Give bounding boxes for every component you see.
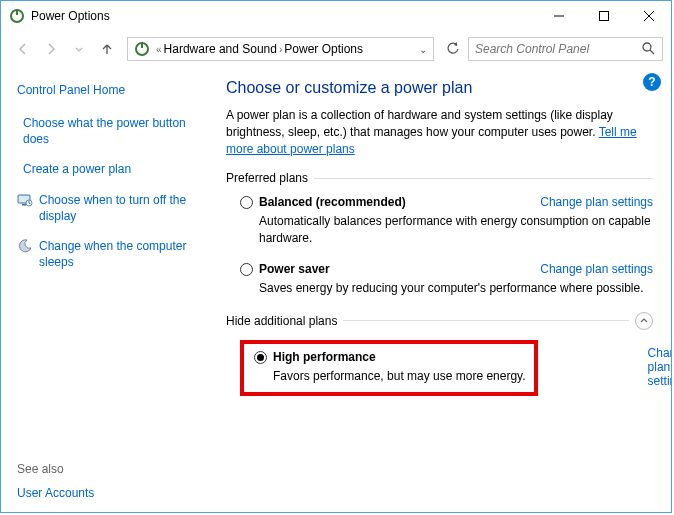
sidebar-item-computer-sleeps[interactable]: Change when the computer sleeps xyxy=(17,238,204,270)
svg-rect-1 xyxy=(16,9,18,15)
plan-balanced: Balanced (recommended) Change plan setti… xyxy=(240,195,653,245)
power-options-icon xyxy=(134,41,150,57)
svg-rect-11 xyxy=(22,204,26,206)
window-title: Power Options xyxy=(31,9,536,23)
close-button[interactable] xyxy=(626,1,671,31)
chevron-right-icon: › xyxy=(279,44,282,55)
svg-rect-3 xyxy=(599,12,608,21)
radio-high-performance[interactable] xyxy=(254,351,267,364)
description-text: A power plan is a collection of hardware… xyxy=(226,108,613,139)
main-panel: ? Choose or customize a power plan A pow… xyxy=(216,67,671,512)
plan-high-performance: High performance Favors performance, but… xyxy=(240,340,538,396)
sidebar-item-label: Choose what the power button does xyxy=(23,115,204,147)
address-bar[interactable]: « Hardware and Sound › Power Options ⌄ xyxy=(127,37,434,61)
collapse-additional-button[interactable] xyxy=(635,312,653,330)
refresh-button[interactable] xyxy=(442,38,464,60)
change-plan-settings-link[interactable]: Change plan settings xyxy=(648,346,671,388)
radio-balanced[interactable] xyxy=(240,196,253,209)
plan-description: Saves energy by reducing your computer's… xyxy=(259,280,653,296)
page-heading: Choose or customize a power plan xyxy=(226,79,653,97)
display-icon xyxy=(17,192,33,208)
sidebar-item-label: Create a power plan xyxy=(23,161,131,177)
plan-description: Favors performance, but may use more ene… xyxy=(273,368,526,384)
search-box[interactable] xyxy=(468,37,663,61)
titlebar: Power Options xyxy=(1,1,671,31)
moon-icon xyxy=(17,238,33,254)
change-plan-settings-link[interactable]: Change plan settings xyxy=(540,262,653,276)
radio-power-saver[interactable] xyxy=(240,263,253,276)
control-panel-home-link[interactable]: Control Panel Home xyxy=(17,83,204,97)
content: Control Panel Home Choose what the power… xyxy=(1,67,671,512)
svg-line-9 xyxy=(650,50,654,54)
address-dropdown[interactable]: ⌄ xyxy=(415,44,431,55)
window-controls xyxy=(536,1,671,31)
plan-name: High performance xyxy=(273,350,376,364)
change-plan-settings-link[interactable]: Change plan settings xyxy=(540,195,653,209)
svg-rect-7 xyxy=(141,42,143,48)
breadcrumb-parent[interactable]: Hardware and Sound xyxy=(164,42,277,56)
sidebar: Control Panel Home Choose what the power… xyxy=(1,67,216,512)
search-icon[interactable] xyxy=(642,42,656,56)
sidebar-item-turn-off-display[interactable]: Choose when to turn off the display xyxy=(17,192,204,224)
plan-power-saver: Power saver Change plan settings Saves e… xyxy=(240,262,653,296)
plan-name: Power saver xyxy=(259,262,330,276)
see-also-label: See also xyxy=(17,462,204,476)
sidebar-item-power-button[interactable]: Choose what the power button does xyxy=(17,115,204,147)
window: Power Options « Hardware and Sound › Pow… xyxy=(0,0,672,513)
maximize-button[interactable] xyxy=(581,1,626,31)
search-input[interactable] xyxy=(475,42,642,56)
minimize-button[interactable] xyxy=(536,1,581,31)
power-options-icon xyxy=(9,8,25,24)
forward-button[interactable] xyxy=(39,37,63,61)
svg-point-8 xyxy=(643,43,651,51)
back-button[interactable] xyxy=(11,37,35,61)
help-button[interactable]: ? xyxy=(643,73,661,91)
see-also-user-accounts[interactable]: User Accounts xyxy=(17,486,94,500)
preferred-plans-label: Preferred plans xyxy=(226,171,653,185)
sidebar-item-create-plan[interactable]: Create a power plan xyxy=(17,161,204,177)
breadcrumb-current[interactable]: Power Options xyxy=(284,42,363,56)
sidebar-item-label: Change when the computer sleeps xyxy=(39,238,204,270)
navigation-row: « Hardware and Sound › Power Options ⌄ xyxy=(1,31,671,67)
sidebar-see-also: See also User Accounts xyxy=(17,462,204,500)
breadcrumb-sep: « xyxy=(156,44,162,55)
recent-dropdown[interactable] xyxy=(67,37,91,61)
additional-plans-label: Hide additional plans xyxy=(226,312,653,330)
page-description: A power plan is a collection of hardware… xyxy=(226,107,653,157)
sidebar-item-label: Choose when to turn off the display xyxy=(39,192,204,224)
plan-description: Automatically balances performance with … xyxy=(259,213,653,245)
plan-name: Balanced (recommended) xyxy=(259,195,406,209)
up-button[interactable] xyxy=(95,37,119,61)
plan-high-performance-row: High performance Favors performance, but… xyxy=(226,340,653,400)
